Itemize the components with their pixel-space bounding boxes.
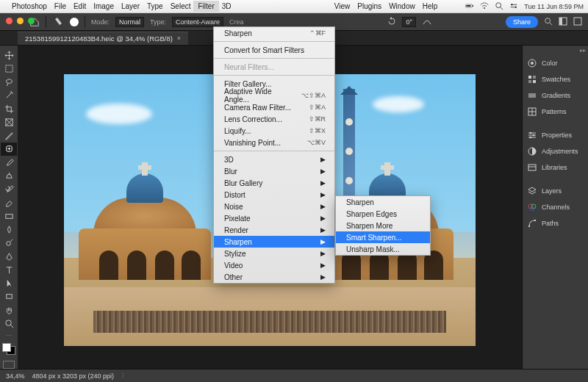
panel-libraries[interactable]: Libraries	[523, 159, 588, 176]
filter-lens-correction[interactable]: Lens Correction...⇧⌘R	[214, 113, 334, 125]
svg-point-4	[496, 2, 501, 7]
svg-rect-10	[574, 18, 581, 25]
search-icon[interactable]	[495, 1, 503, 12]
minimize-icon[interactable]	[17, 18, 24, 24]
panel-patterns[interactable]: Patterns	[523, 104, 588, 120]
tool-path-select[interactable]	[1, 277, 17, 290]
wifi-icon	[480, 1, 489, 12]
tool-preset-icon[interactable]	[52, 16, 64, 28]
menu-3d[interactable]: 3D	[222, 2, 232, 10]
filter-noise[interactable]: Noise▶	[214, 201, 334, 212]
mode-select[interactable]: Normal	[115, 17, 144, 27]
tool-eraser[interactable]	[1, 196, 17, 209]
sharpen-smart-sharpen[interactable]: Smart Sharpen...	[336, 231, 430, 243]
tool-wand[interactable]	[1, 89, 17, 102]
filter-last[interactable]: Sharpen⌃⌘F	[214, 27, 334, 39]
tool-rectangle[interactable]	[1, 290, 17, 303]
tool-healing-brush[interactable]	[1, 143, 17, 156]
tool-lasso[interactable]	[1, 76, 17, 89]
rotate-icon[interactable]	[387, 17, 396, 27]
control-center-icon[interactable]	[509, 1, 518, 12]
sharpen-unsharp-mask[interactable]: Unsharp Mask...	[336, 243, 430, 255]
filter-camera-raw[interactable]: Camera Raw Filter...⇧⌘A	[214, 101, 334, 113]
fg-bg-swatch[interactable]	[2, 343, 15, 355]
quick-mask-icon[interactable]	[3, 361, 15, 369]
filter-blur[interactable]: Blur▶	[214, 165, 334, 177]
tool-blur[interactable]	[1, 223, 17, 236]
filter-pixelate[interactable]: Pixelate▶	[214, 212, 334, 224]
tool-marquee[interactable]	[1, 62, 17, 75]
rotate-field[interactable]: 0°	[402, 17, 416, 27]
filter-3d[interactable]: 3D▶	[214, 154, 334, 165]
svg-point-7	[545, 18, 551, 23]
workspace-icon[interactable]	[559, 17, 567, 27]
panel-gradients[interactable]: Gradients	[523, 87, 588, 104]
status-bar: 34,4% 4804 px x 3203 px (240 ppi) 〉	[0, 369, 588, 382]
menu-help[interactable]: Help	[423, 2, 438, 10]
tool-eyedropper[interactable]	[1, 129, 17, 143]
tool-frame[interactable]	[1, 115, 17, 129]
tool-gradient[interactable]	[1, 209, 17, 223]
menu-edit[interactable]: Edit	[74, 2, 86, 10]
status-zoom[interactable]: 34,4%	[6, 372, 25, 380]
share-button[interactable]: Share	[506, 16, 538, 28]
menu-window[interactable]: Window	[389, 2, 415, 10]
menu-image[interactable]: Image	[93, 2, 114, 10]
menu-filter[interactable]: Filter	[193, 1, 218, 12]
brush-preview-icon[interactable]	[70, 18, 79, 26]
filter-blur-gallery[interactable]: Blur Gallery▶	[214, 177, 334, 189]
close-icon[interactable]	[6, 18, 12, 24]
svg-rect-11	[5, 65, 12, 72]
sharpen-more[interactable]: Sharpen More	[336, 220, 430, 231]
svg-rect-30	[528, 165, 536, 170]
tool-history-brush[interactable]	[1, 183, 17, 196]
tool-pen[interactable]	[1, 250, 17, 263]
filter-other[interactable]: Other▶	[214, 271, 334, 283]
menu-photoshop[interactable]: Photoshop	[12, 2, 47, 10]
filter-vanishing-point[interactable]: Vanishing Point...⌥⌘V	[214, 137, 334, 148]
screen-mode-icon[interactable]	[573, 17, 582, 27]
sharpen-sharpen[interactable]: Sharpen	[336, 196, 430, 208]
panel-layers[interactable]: Layers	[523, 183, 588, 199]
panel-color[interactable]: Color	[523, 55, 588, 71]
tool-crop[interactable]	[1, 102, 17, 115]
menu-plugins[interactable]: Plugins	[357, 2, 381, 10]
tool-type[interactable]	[1, 263, 17, 276]
close-tab-icon[interactable]: ×	[177, 35, 181, 42]
pressure-icon[interactable]	[422, 17, 432, 27]
panel-collapse-icon[interactable]: ▸▸	[523, 46, 588, 55]
filter-distort[interactable]: Distort▶	[214, 189, 334, 201]
filter-convert-smart[interactable]: Convert for Smart Filters	[214, 44, 334, 56]
search-icon[interactable]	[544, 17, 553, 27]
panel-properties[interactable]: Properties	[523, 127, 588, 143]
filter-video[interactable]: Video▶	[214, 259, 334, 271]
panel-adjustments[interactable]: Adjustments	[523, 143, 588, 159]
type-select[interactable]: Content-Aware	[172, 17, 223, 27]
menu-type[interactable]: Type	[147, 2, 163, 10]
filter-adaptive-wide-angle[interactable]: Adaptive Wide Angle...⌥⇧⌘A	[214, 90, 334, 101]
tool-dodge[interactable]	[1, 237, 17, 250]
tool-more-icon[interactable]: ⋯	[6, 332, 12, 339]
tool-clone-stamp[interactable]	[1, 169, 17, 182]
panel-paths[interactable]: Paths	[523, 215, 588, 231]
sharpen-edges[interactable]: Sharpen Edges	[336, 208, 430, 220]
filter-neural: Neural Filters...	[214, 61, 334, 73]
svg-rect-21	[533, 76, 536, 79]
menu-select[interactable]: Select	[171, 2, 191, 10]
menu-layer[interactable]: Layer	[121, 2, 140, 10]
filter-liquify[interactable]: Liquify...⇧⌘X	[214, 125, 334, 137]
tool-move[interactable]	[1, 48, 17, 62]
filter-stylize[interactable]: Stylize▶	[214, 248, 334, 259]
filter-sharpen[interactable]: Sharpen▶	[214, 236, 334, 248]
panel-swatches[interactable]: Swatches	[523, 71, 588, 87]
menu-file[interactable]: File	[54, 2, 66, 10]
menu-view[interactable]: View	[334, 2, 351, 10]
document-tab[interactable]: 21538159912120483B4.heic @ 34,4% (RGB/8)…	[18, 32, 188, 45]
svg-rect-14	[5, 215, 12, 219]
tool-brush[interactable]	[1, 156, 17, 169]
tool-hand[interactable]	[1, 303, 17, 317]
panel-channels[interactable]: Channels	[523, 199, 588, 215]
filter-render[interactable]: Render▶	[214, 224, 334, 236]
tool-zoom[interactable]	[1, 317, 17, 330]
zoom-icon[interactable]	[28, 18, 35, 24]
